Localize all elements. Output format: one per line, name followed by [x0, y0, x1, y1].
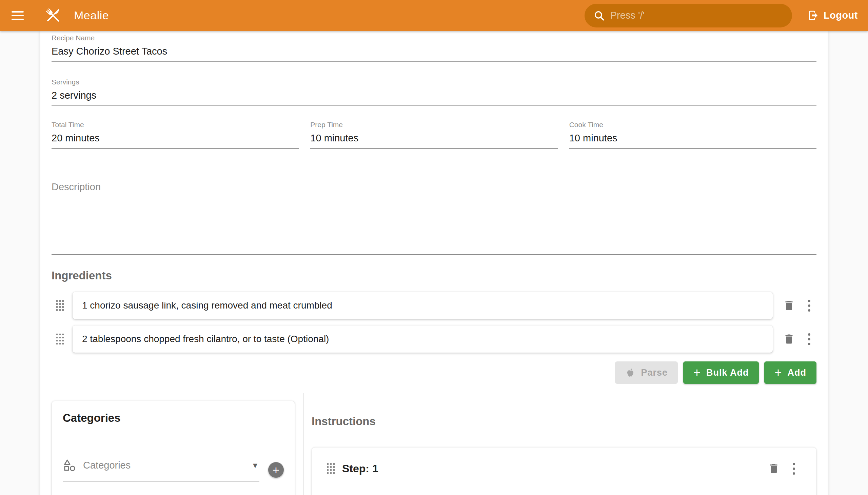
- recipe-name-value[interactable]: Easy Chorizo Street Tacos: [52, 46, 816, 57]
- time-fields-row: Total Time 20 minutes Prep Time 10 minut…: [52, 120, 816, 149]
- delete-ingredient-button[interactable]: [783, 333, 795, 345]
- cook-time-field[interactable]: Cook Time 10 minutes: [569, 120, 816, 149]
- trash-icon: [783, 333, 795, 345]
- search-placeholder: Press '/': [610, 10, 645, 21]
- ingredient-input[interactable]: 2 tablespoons chopped fresh cilantro, or…: [72, 325, 773, 353]
- drag-handle-icon[interactable]: [56, 334, 64, 344]
- servings-field[interactable]: Servings 2 servings: [52, 78, 816, 106]
- bottom-section: Categories Categories ▾: [52, 393, 816, 495]
- cook-time-value[interactable]: 10 minutes: [569, 132, 816, 144]
- parse-label: Parse: [641, 368, 668, 378]
- delete-ingredient-button[interactable]: [783, 300, 795, 311]
- plus-icon: +: [775, 366, 782, 379]
- trash-icon: [783, 300, 795, 311]
- description-field[interactable]: Description: [52, 181, 816, 255]
- recipe-editor-sheet: Recipe Name Easy Chorizo Street Tacos Se…: [40, 31, 828, 495]
- ingredient-menu-button[interactable]: [806, 298, 812, 313]
- categories-select-row: Categories ▾ +: [63, 458, 284, 481]
- logout-icon: [807, 10, 819, 21]
- step-title: Step: 1: [342, 460, 378, 477]
- total-time-field[interactable]: Total Time 20 minutes: [52, 120, 299, 149]
- logout-button[interactable]: Logout: [807, 10, 858, 21]
- mealie-app: Mealie Press '/' Logout Recipe Name Easy…: [0, 0, 868, 495]
- logout-label: Logout: [823, 10, 858, 21]
- servings-value[interactable]: 2 servings: [52, 89, 816, 101]
- categories-heading: Categories: [63, 411, 284, 425]
- mealie-logo-icon: [43, 5, 64, 26]
- instructions-column: Instructions Step: 1: [304, 393, 816, 495]
- servings-label: Servings: [52, 78, 816, 86]
- categories-card: Categories Categories ▾: [52, 401, 295, 495]
- delete-step-button[interactable]: [768, 462, 780, 475]
- recipe-name-label: Recipe Name: [52, 34, 816, 42]
- hamburger-menu-icon[interactable]: [12, 7, 28, 24]
- organizer-column: Categories Categories ▾: [52, 393, 304, 495]
- drag-handle-icon[interactable]: [327, 463, 335, 474]
- recipe-name-field[interactable]: Recipe Name Easy Chorizo Street Tacos: [52, 31, 816, 62]
- ingredient-row: 2 tablespoons chopped fresh cilantro, or…: [52, 325, 816, 353]
- prep-time-field[interactable]: Prep Time 10 minutes: [310, 120, 558, 149]
- shapes-icon: [63, 458, 76, 472]
- search-input[interactable]: Press '/': [584, 4, 792, 28]
- trash-icon: [768, 462, 780, 475]
- app-header: Mealie Press '/' Logout: [0, 0, 868, 31]
- search-icon: [593, 10, 605, 21]
- prep-time-label: Prep Time: [310, 120, 558, 129]
- description-label: Description: [52, 181, 816, 192]
- apple-icon: [625, 368, 635, 378]
- step-menu-button[interactable]: [792, 461, 797, 476]
- ingredient-menu-button[interactable]: [806, 332, 812, 346]
- ingredients-heading: Ingredients: [52, 269, 816, 283]
- ingredient-row: 1 chorizo sausage link, casing removed a…: [52, 292, 816, 319]
- ingredient-actions: Parse + Bulk Add + Add: [52, 361, 816, 384]
- categories-select[interactable]: Categories ▾: [63, 458, 259, 481]
- categories-select-label: Categories: [83, 460, 131, 471]
- prep-time-value[interactable]: 10 minutes: [310, 132, 558, 144]
- app-title: Mealie: [74, 9, 109, 22]
- instructions-heading: Instructions: [311, 415, 816, 428]
- add-label: Add: [788, 368, 806, 378]
- bulk-add-button[interactable]: + Bulk Add: [683, 361, 759, 384]
- parse-button[interactable]: Parse: [615, 361, 678, 384]
- bulk-add-label: Bulk Add: [706, 368, 749, 378]
- step-header: Step: 1: [327, 460, 801, 477]
- cook-time-label: Cook Time: [569, 120, 816, 129]
- total-time-label: Total Time: [52, 120, 299, 129]
- plus-icon: +: [273, 464, 279, 476]
- add-button[interactable]: + Add: [764, 361, 816, 384]
- total-time-value[interactable]: 20 minutes: [52, 132, 299, 144]
- plus-icon: +: [693, 366, 701, 379]
- instruction-step-card: Step: 1 Combine crumbled chorizo and chi…: [311, 447, 816, 495]
- drag-handle-icon[interactable]: [56, 300, 64, 311]
- ingredient-input[interactable]: 1 chorizo sausage link, casing removed a…: [72, 292, 773, 319]
- chevron-down-icon: ▾: [253, 460, 257, 471]
- description-value[interactable]: [52, 192, 816, 254]
- add-category-button[interactable]: +: [268, 462, 284, 478]
